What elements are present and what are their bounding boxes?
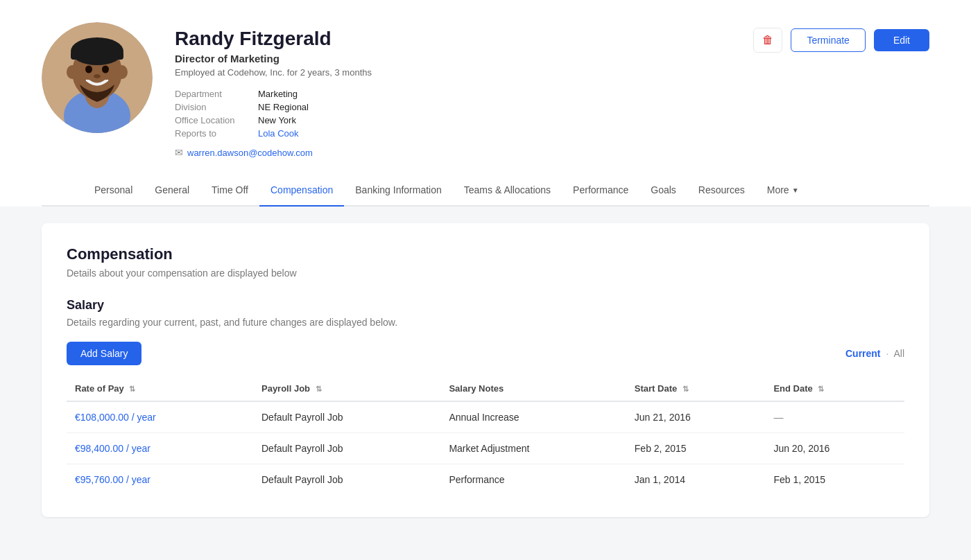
col-start: Start Date ⇅ — [626, 376, 766, 401]
cell-rate[interactable]: €95,760.00 / year — [67, 464, 253, 496]
header-row: Rate of Pay ⇅ Payroll Job ⇅ Salary Notes… — [67, 376, 904, 401]
cell-end: — — [765, 401, 904, 433]
office-label: Office Location — [175, 115, 258, 125]
sort-start-icon[interactable]: ⇅ — [682, 385, 689, 393]
cell-notes: Performance — [440, 464, 626, 496]
tab-time-off[interactable]: Time Off — [200, 175, 259, 207]
email-icon: ✉ — [175, 147, 183, 158]
filter-current[interactable]: Current — [845, 348, 881, 359]
col-rate: Rate of Pay ⇅ — [67, 376, 253, 401]
svg-point-10 — [117, 65, 128, 79]
chevron-down-icon: ▼ — [792, 186, 799, 194]
division-value: NE Regional — [258, 102, 731, 112]
profile-section: Randy Fitzgerald Director of Marketing E… — [0, 0, 971, 207]
cell-rate[interactable]: €98,400.00 / year — [67, 433, 253, 464]
sort-rate-icon[interactable]: ⇅ — [129, 385, 135, 393]
col-start-label: Start Date — [635, 383, 677, 394]
terminate-button[interactable]: Terminate — [791, 28, 865, 52]
email-address[interactable]: warren.dawson@codehow.com — [187, 148, 313, 158]
cell-start: Jan 1, 2014 — [626, 464, 766, 496]
more-label: More — [767, 184, 789, 195]
col-notes-label: Salary Notes — [449, 383, 504, 394]
profile-info: Randy Fitzgerald Director of Marketing E… — [175, 22, 731, 158]
compensation-card: Compensation Details about your compensa… — [42, 223, 929, 517]
table-header: Rate of Pay ⇅ Payroll Job ⇅ Salary Notes… — [67, 376, 904, 401]
profile-top: Randy Fitzgerald Director of Marketing E… — [42, 22, 929, 175]
tab-more[interactable]: More ▼ — [756, 175, 810, 207]
cell-notes: Market Adjustment — [440, 433, 626, 464]
edit-button[interactable]: Edit — [874, 29, 929, 51]
employee-tenure: Employed at Codehow, Inc. for 2 years, 3… — [175, 67, 731, 78]
col-rate-label: Rate of Pay — [75, 383, 124, 394]
salary-title: Salary — [67, 298, 904, 313]
tab-resources[interactable]: Resources — [687, 175, 756, 207]
avatar — [42, 22, 153, 133]
tab-performance[interactable]: Performance — [562, 175, 639, 207]
department-label: Department — [175, 89, 258, 99]
cell-rate[interactable]: €108,000.00 / year — [67, 401, 253, 433]
salary-subtitle: Details regarding your current, past, an… — [67, 317, 904, 328]
office-value: New York — [258, 115, 731, 125]
tab-banking[interactable]: Banking Information — [344, 175, 453, 207]
cell-start: Feb 2, 2015 — [626, 433, 766, 464]
salary-controls: Add Salary Current · All — [67, 342, 904, 365]
svg-point-6 — [94, 74, 101, 78]
col-end-label: End Date — [773, 383, 812, 394]
division-label: Division — [175, 102, 258, 112]
tab-general[interactable]: General — [144, 175, 200, 207]
table-row: €98,400.00 / yearDefault Payroll JobMark… — [67, 433, 904, 464]
department-value: Marketing — [258, 89, 731, 99]
compensation-title: Compensation — [67, 245, 904, 263]
svg-point-9 — [67, 65, 78, 79]
svg-point-5 — [102, 66, 109, 73]
trash-icon: 🗑 — [762, 34, 773, 46]
employee-title: Director of Marketing — [175, 53, 731, 64]
table-row: €108,000.00 / yearDefault Payroll JobAnn… — [67, 401, 904, 433]
sort-end-icon[interactable]: ⇅ — [818, 385, 824, 393]
tab-personal[interactable]: Personal — [83, 175, 144, 207]
filter-sep: · — [886, 348, 888, 359]
email-row[interactable]: ✉ warren.dawson@codehow.com — [175, 147, 731, 158]
page-wrapper: Randy Fitzgerald Director of Marketing E… — [0, 0, 971, 560]
col-job-label: Payroll Job — [261, 383, 310, 394]
svg-point-4 — [85, 66, 92, 73]
profile-actions: 🗑 Terminate Edit — [753, 22, 929, 53]
table-row: €95,760.00 / yearDefault Payroll JobPerf… — [67, 464, 904, 496]
svg-rect-8 — [71, 51, 123, 60]
content-area: Compensation Details about your compensa… — [0, 207, 971, 534]
cell-job: Default Payroll Job — [253, 464, 440, 496]
employee-name: Randy Fitzgerald — [175, 28, 731, 50]
sort-job-icon[interactable]: ⇅ — [316, 385, 322, 393]
nav-tabs: Personal General Time Off Compensation B… — [42, 175, 929, 207]
col-end: End Date ⇅ — [765, 376, 904, 401]
compensation-subtitle: Details about your compensation are disp… — [67, 268, 904, 279]
salary-table-body: €108,000.00 / yearDefault Payroll JobAnn… — [67, 401, 904, 495]
cell-end: Feb 1, 2015 — [765, 464, 904, 496]
cell-job: Default Payroll Job — [253, 401, 440, 433]
cell-start: Jun 21, 2016 — [626, 401, 766, 433]
tab-compensation[interactable]: Compensation — [259, 175, 344, 207]
col-notes: Salary Notes — [440, 376, 626, 401]
cell-notes: Annual Increase — [440, 401, 626, 433]
filter-links: Current · All — [845, 348, 904, 359]
reports-value[interactable]: Lola Cook — [258, 128, 731, 139]
tab-goals[interactable]: Goals — [639, 175, 687, 207]
cell-job: Default Payroll Job — [253, 433, 440, 464]
reports-label: Reports to — [175, 128, 258, 139]
col-job: Payroll Job ⇅ — [253, 376, 440, 401]
filter-all[interactable]: All — [893, 348, 904, 359]
delete-button[interactable]: 🗑 — [753, 28, 782, 53]
salary-table: Rate of Pay ⇅ Payroll Job ⇅ Salary Notes… — [67, 376, 904, 495]
profile-details: Department Marketing Division NE Regiona… — [175, 89, 731, 139]
tab-teams[interactable]: Teams & Allocations — [453, 175, 562, 207]
add-salary-button[interactable]: Add Salary — [67, 342, 141, 365]
cell-end: Jun 20, 2016 — [765, 433, 904, 464]
